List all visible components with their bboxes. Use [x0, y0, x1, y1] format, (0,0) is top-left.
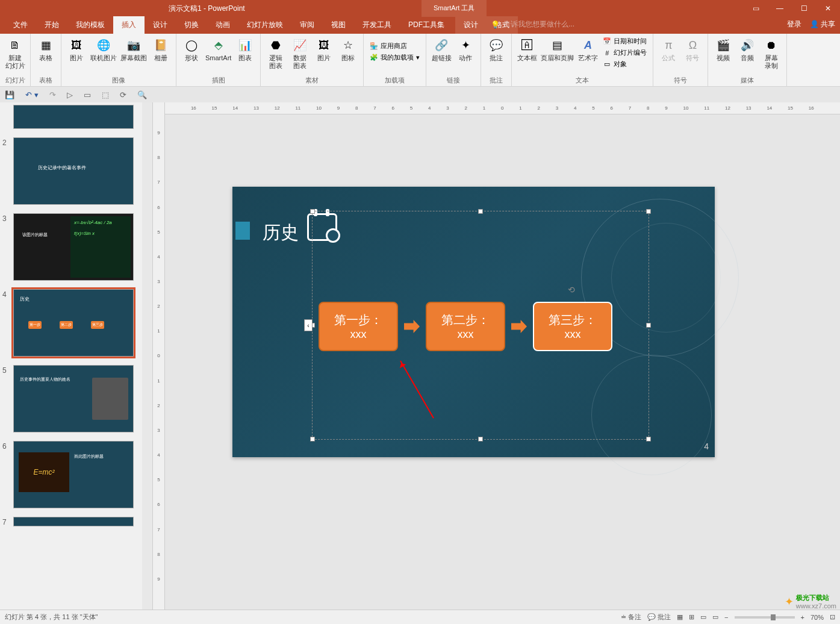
watermark-url: www.xz7.com — [796, 602, 836, 610]
data-chart-button[interactable]: 📈数据 图表 — [288, 36, 311, 71]
smartart-step-3[interactable]: ⟲第三步：xxx — [533, 302, 612, 351]
online-picture-icon: 🌐 — [96, 37, 111, 53]
audio-button[interactable]: 🔊音频 — [736, 36, 759, 63]
minimize-icon[interactable]: — — [768, 0, 792, 17]
thumb-6[interactable]: E=mc²而此图片的标题 — [13, 441, 134, 508]
handle-tr[interactable] — [646, 209, 651, 214]
view-normal-icon[interactable]: ▦ — [677, 613, 683, 621]
rotate-handle-icon[interactable]: ⟲ — [568, 285, 577, 295]
handle-bc[interactable] — [478, 437, 483, 441]
screenrec-button[interactable]: ⏺屏幕 录制 — [760, 36, 783, 71]
action-button[interactable]: ✦动作 — [454, 36, 477, 63]
online-picture-button[interactable]: 🌐联机图片 — [89, 36, 118, 63]
slidenum-button[interactable]: #幻灯片编号 — [600, 48, 649, 58]
header-footer-button[interactable]: ▤页眉和页脚 — [540, 36, 575, 63]
thumb-1[interactable] — [13, 105, 134, 129]
store-button[interactable]: 🏪应用商店 — [367, 41, 422, 51]
stock-picture-button[interactable]: 🖼图片 — [313, 36, 335, 63]
close-icon[interactable]: ✕ — [816, 0, 840, 17]
qat-start-icon[interactable]: ▷ — [67, 90, 73, 99]
my-addins-button[interactable]: 🧩我的加载项 ▾ — [367, 52, 422, 63]
tab-review[interactable]: 审阅 — [291, 16, 323, 34]
tab-insert[interactable]: 插入 — [113, 16, 145, 34]
zoom-level[interactable]: 70% — [810, 614, 824, 621]
handle-tl[interactable] — [310, 209, 315, 214]
qat-save-icon[interactable]: 💾 — [5, 90, 14, 99]
tab-home[interactable]: 开始 — [36, 16, 67, 34]
tab-file[interactable]: 文件 — [5, 16, 36, 34]
tab-templates[interactable]: 我的模板 — [67, 16, 113, 34]
status-comments[interactable]: 💬 批注 — [647, 613, 671, 622]
slide-title[interactable]: 历史 — [263, 220, 299, 245]
slide-canvas[interactable]: 历史 ‹ 第一步：xxx 第二步：xxx — [232, 187, 715, 457]
thumb-3[interactable]: 该图片的标题x=-b±√b²-4ac / 2af(x)=Sin x — [13, 213, 134, 281]
thumb-scrollbar[interactable] — [142, 102, 152, 610]
login-link[interactable]: 登录 — [787, 19, 801, 30]
tab-slideshow[interactable]: 幻灯片放映 — [238, 16, 291, 34]
thumb-7[interactable] — [13, 517, 134, 526]
textbox-button[interactable]: 🄰文本框 — [515, 36, 538, 63]
new-slide-button[interactable]: 🗎新建 幻灯片 — [4, 36, 26, 71]
comment-button[interactable]: 💬批注 — [485, 36, 508, 63]
store-label: 应用商店 — [381, 42, 407, 51]
zoom-out-icon[interactable]: − — [724, 614, 728, 621]
handle-br[interactable] — [646, 437, 651, 441]
chart-icon: 📊 — [237, 37, 253, 53]
video-button[interactable]: 🎬视频 — [712, 36, 735, 63]
tab-transitions[interactable]: 切换 — [176, 16, 207, 34]
smartart-step-2[interactable]: 第二步：xxx — [426, 302, 505, 351]
step2-value: xxx — [458, 328, 474, 341]
qat-icon-3[interactable]: ⬚ — [102, 90, 109, 99]
smartart-selection[interactable]: ‹ 第一步：xxx 第二步：xxx ⟲第三步：xxx — [312, 211, 649, 440]
shapes-button[interactable]: ◯形状 — [180, 36, 203, 63]
chart-button[interactable]: 📊图表 — [234, 36, 257, 63]
maximize-icon[interactable]: ☐ — [792, 0, 816, 17]
handle-tc[interactable] — [478, 209, 483, 214]
ribbon-options-icon[interactable]: ▭ — [744, 0, 768, 17]
datetime-label: 日期和时间 — [614, 37, 647, 46]
tell-me-search[interactable]: 💡告诉我您想要做什么... — [491, 19, 574, 30]
zoom-slider[interactable] — [735, 616, 795, 619]
logic-chart-button[interactable]: ⬣逻辑 图表 — [264, 36, 287, 71]
thumb-2[interactable]: 历史记录中的著名事件 — [13, 137, 134, 205]
smartart-text-pane-toggle[interactable]: ‹ — [304, 319, 313, 331]
qat-icon-2[interactable]: ▭ — [84, 90, 91, 99]
thumb-num — [2, 105, 13, 129]
screenshot-button[interactable]: 📷屏幕截图 — [119, 36, 148, 63]
album-button[interactable]: 📔相册 — [149, 36, 172, 63]
slide-thumbnails[interactable]: 2历史记录中的著名事件 3该图片的标题x=-b±√b²-4ac / 2af(x)… — [0, 102, 152, 610]
tab-pdf[interactable]: PDF工具集 — [400, 16, 453, 34]
stock-icon-button[interactable]: ☆图标 — [337, 36, 359, 63]
view-slideshow-icon[interactable]: ▭ — [712, 613, 718, 621]
tab-design[interactable]: 设计 — [145, 16, 176, 34]
notes-label: 备注 — [628, 613, 641, 620]
wordart-button[interactable]: A艺术字 — [576, 36, 599, 63]
tab-smartart-design[interactable]: 设计 — [455, 16, 487, 34]
qat-search-icon[interactable]: 🔍 — [137, 90, 147, 99]
status-notes[interactable]: ≐ 备注 — [621, 613, 641, 622]
handle-bl[interactable] — [310, 437, 315, 441]
smartart-step-1[interactable]: 第一步：xxx — [319, 302, 398, 351]
thumb-4[interactable]: 历史第一步第二步第三步 — [13, 289, 134, 357]
fit-icon[interactable]: ⊡ — [830, 613, 835, 621]
view-sorter-icon[interactable]: ⊞ — [689, 613, 694, 621]
tab-animations[interactable]: 动画 — [207, 16, 238, 34]
qat-undo-icon[interactable]: ↶ ▾ — [25, 90, 39, 99]
zoom-in-icon[interactable]: + — [801, 614, 804, 621]
handle-mr[interactable] — [646, 323, 651, 328]
view-reading-icon[interactable]: ▭ — [700, 613, 706, 621]
hyperlink-button[interactable]: 🔗超链接 — [430, 36, 453, 63]
comment-icon: 💬 — [488, 37, 504, 53]
share-button[interactable]: 👤 共享 — [810, 19, 835, 30]
picture-button[interactable]: 🖼图片 — [65, 36, 88, 63]
datetime-button[interactable]: 📅日期和时间 — [600, 36, 649, 46]
thumb-5[interactable]: 历史事件的重要人物的姓名 — [13, 365, 134, 432]
tab-developer[interactable]: 开发工具 — [354, 16, 400, 34]
qat-redo-icon[interactable]: ↷ — [49, 90, 56, 99]
tab-view[interactable]: 视图 — [323, 16, 354, 34]
thumb-num: 6 — [2, 441, 13, 508]
qat-icon-4[interactable]: ⟳ — [120, 90, 126, 99]
table-button[interactable]: ▦表格 — [34, 36, 57, 63]
object-button[interactable]: ▭对象 — [600, 59, 649, 69]
smartart-button[interactable]: ⬘SmartArt — [204, 36, 232, 63]
